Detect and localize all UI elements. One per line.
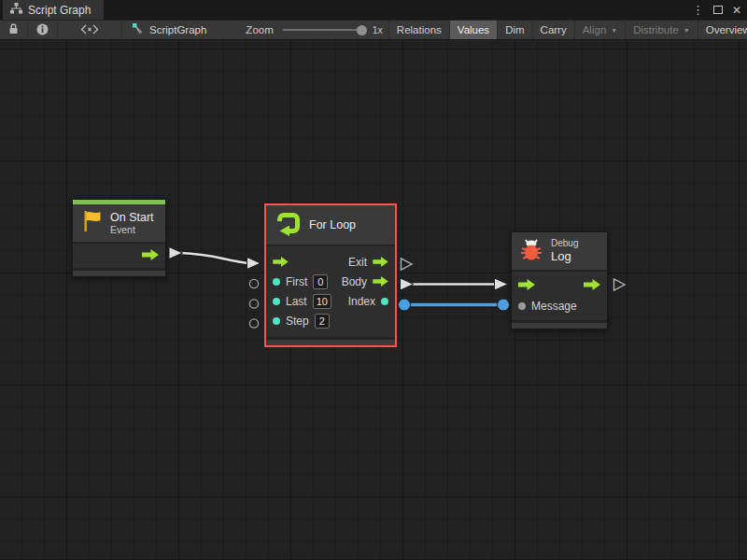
code-icon <box>80 24 99 36</box>
zoom-value: 1x <box>373 24 383 35</box>
node-title: Log <box>551 249 578 264</box>
zoom-label: Zoom <box>246 24 273 35</box>
info-button[interactable] <box>28 21 58 39</box>
window-menu-icon[interactable]: ⋮ <box>692 4 704 16</box>
lock-button[interactable] <box>0 21 28 39</box>
port-row-message: Message <box>512 296 607 316</box>
last-port-label: Last <box>286 295 307 308</box>
flow-input-port[interactable] <box>518 277 535 294</box>
zoom-slider-handle[interactable] <box>357 25 367 35</box>
port-row-first-body: First 0 Body <box>266 272 395 291</box>
last-value-field[interactable]: 10 <box>313 294 331 309</box>
script-graph-asset-icon <box>132 22 145 37</box>
dim-button[interactable]: Dim <box>498 21 532 39</box>
graph-canvas[interactable]: On Start Event <box>0 40 747 559</box>
node-for-loop[interactable]: For Loop Exit <box>266 205 395 345</box>
tab-script-graph[interactable]: Script Graph <box>3 0 104 20</box>
maximize-icon[interactable] <box>713 6 723 14</box>
port-row-step: Step 2 <box>266 311 395 330</box>
close-icon[interactable]: ✕ <box>732 5 741 16</box>
last-input-port[interactable] <box>273 298 280 305</box>
loop-icon <box>275 210 302 240</box>
edit-script-button[interactable] <box>58 21 122 39</box>
values-button[interactable]: Values <box>450 21 498 39</box>
index-output-port[interactable] <box>381 298 388 305</box>
graph-toolbar: ScriptGraph Zoom 1x Relations Values Dim… <box>0 20 747 40</box>
flow-input-port[interactable] <box>273 254 289 271</box>
chevron-down-icon: ▼ <box>611 27 617 34</box>
port-row-flow <box>512 275 607 296</box>
last-port-hint-circle <box>249 300 258 308</box>
for-loop-header[interactable]: For Loop <box>266 205 395 246</box>
first-input-port[interactable] <box>273 278 280 286</box>
step-input-port[interactable] <box>273 317 280 325</box>
tab-title: Script Graph <box>28 4 91 17</box>
exit-port-hint-triangle <box>402 259 413 270</box>
node-surtitle: Debug <box>551 238 578 249</box>
port-row-enter-exit: Exit <box>266 252 395 272</box>
step-value-field[interactable]: 2 <box>315 314 330 329</box>
graph-name-label: ScriptGraph <box>149 24 206 35</box>
graph-hierarchy-icon <box>10 3 22 17</box>
node-footer <box>73 268 165 276</box>
index-port-label: Index <box>348 295 375 308</box>
body-flow-output-port[interactable] <box>373 273 388 290</box>
node-footer <box>266 337 395 345</box>
distribute-label: Distribute <box>633 24 679 35</box>
tab-bar: Script Graph ⋮ ✕ <box>0 0 747 20</box>
connection-body-debuglog <box>401 278 509 290</box>
node-subtitle: Event <box>110 224 154 235</box>
step-port-hint-circle <box>249 319 258 328</box>
align-label: Align <box>583 24 607 35</box>
exit-flow-output-port[interactable] <box>373 254 388 271</box>
chevron-down-icon: ▼ <box>684 27 690 34</box>
relations-button[interactable]: Relations <box>389 21 450 39</box>
node-title: On Start <box>110 211 154 224</box>
step-port-label: Step <box>286 315 309 328</box>
on-start-ports <box>73 244 165 268</box>
flag-icon <box>80 209 103 237</box>
node-footer <box>512 320 607 329</box>
exit-port-label: Exit <box>348 256 367 269</box>
connection-index-message <box>399 299 510 311</box>
on-start-header[interactable]: On Start Event <box>73 204 165 242</box>
first-port-label: First <box>286 275 307 288</box>
toolbar-middle: ScriptGraph Zoom 1x <box>122 21 389 39</box>
connection-onstart-forloop <box>169 247 261 270</box>
bug-icon <box>519 236 543 266</box>
carry-button[interactable]: Carry <box>533 21 575 39</box>
flow-output-port[interactable] <box>584 277 600 294</box>
overview-button[interactable]: Overview <box>698 21 747 39</box>
first-port-hint-circle <box>249 279 258 287</box>
node-debug-log[interactable]: Debug Log <box>511 231 608 329</box>
node-title: For Loop <box>309 218 356 231</box>
node-on-start[interactable]: On Start Event <box>72 199 166 277</box>
port-row-last-index: Last 10 Index <box>266 291 395 311</box>
debug-log-header[interactable]: Debug Log <box>512 232 607 272</box>
zoom-slider[interactable] <box>283 29 365 31</box>
toolbar-right: Relations Values Dim Carry Align ▼ Distr… <box>389 21 747 39</box>
script-graph-window: Script Graph ⋮ ✕ <box>0 0 747 560</box>
first-value-field[interactable]: 0 <box>313 274 328 289</box>
message-port-label: Message <box>531 300 577 313</box>
info-icon <box>36 23 49 37</box>
distribute-button[interactable]: Distribute ▼ <box>626 21 698 39</box>
debuglog-out-hint-triangle <box>614 279 626 290</box>
lock-icon <box>8 23 19 36</box>
align-button[interactable]: Align ▼ <box>575 21 627 39</box>
body-port-label: Body <box>342 275 367 288</box>
flow-output-port[interactable] <box>142 247 159 264</box>
selection-outline: For Loop Exit <box>264 203 397 347</box>
message-input-port[interactable] <box>518 302 526 310</box>
